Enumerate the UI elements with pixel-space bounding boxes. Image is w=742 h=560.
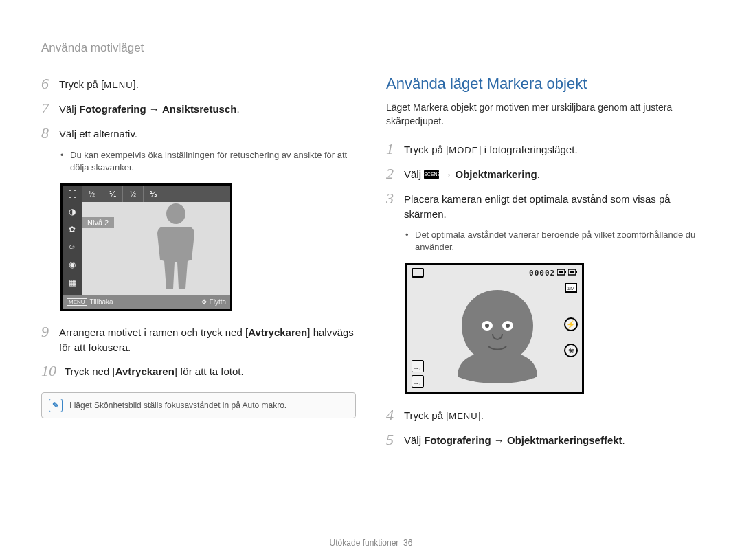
section-heading: Använda läget Markera objekt [386, 75, 701, 93]
step-text: Tryck ned [Avtryckaren] för att ta fotot… [65, 362, 244, 379]
lcd-icon: ⛶ [63, 186, 82, 203]
step-1: 1 Tryck på [MODE] i fotograferingsläget. [386, 140, 701, 158]
step-number: 9 [41, 323, 59, 341]
step-number: 8 [41, 124, 59, 142]
step-3-bullet: •Det optimala avståndet varierar beroend… [405, 229, 701, 254]
lcd-right-icons: 1M ⚡ ❀ [564, 283, 578, 357]
step-number: 3 [386, 190, 404, 208]
level-indicator: Nivå 2 [82, 217, 114, 228]
two-column-layout: 6 Tryck på [MENU]. 7 Välj Fotografering … [41, 75, 701, 456]
dpad-icon: ✥ [201, 298, 207, 306]
flash-icon: ⚡ [564, 317, 578, 331]
step-6: 6 Tryck på [MENU]. [41, 75, 356, 93]
step-text: Arrangera motivet i ramen och tryck ned … [59, 323, 356, 355]
step-8: 8 Välj ett alternativ. [41, 124, 356, 142]
step-text: Tryck på [MENU]. [404, 406, 484, 423]
bracket-icon: ⎵₂ [412, 375, 424, 388]
svg-point-6 [485, 324, 489, 328]
step-text: Välj SCENE → Objektmarkering. [404, 165, 540, 182]
retouch-level-icon: ⅟₁ [102, 186, 123, 202]
step-text: Tryck på [MODE] i fotograferingsläget. [404, 140, 578, 157]
camera-lcd-object-highlight: 00002 1M ⚡ ❀ ⎵₂ ⎵₂ [405, 263, 584, 394]
step-text: Placera kameran enligt det optimala avst… [404, 190, 701, 222]
battery-icon [557, 269, 578, 276]
menu-button-label: MENU [449, 411, 477, 421]
step-4: 4 Tryck på [MENU]. [386, 406, 701, 424]
back-label: Tillbaka [90, 298, 113, 306]
step-10: 10 Tryck ned [Avtryckaren] för att ta fo… [41, 362, 356, 380]
step-8-bullet: •Du kan exempelvis öka inställningen för… [60, 149, 356, 174]
portrait-illustration [432, 280, 563, 390]
retouch-level-icon: ½ [82, 186, 102, 202]
step-number: 7 [41, 100, 59, 117]
person-silhouette [145, 198, 207, 294]
svg-rect-1 [565, 271, 566, 273]
step-2: 2 Välj SCENE → Objektmarkering. [386, 165, 701, 183]
step-7: 7 Välj Fotografering → Ansiktsretusch. [41, 100, 356, 117]
step-text: Välj ett alternativ. [59, 124, 137, 142]
metering-icon [412, 268, 424, 278]
bullet-dot: • [405, 229, 415, 254]
lcd-icon: ▦ [63, 273, 82, 291]
note-callout: ✎ I läget Skönhetsbild ställs fokusavstå… [41, 392, 356, 418]
lcd-bottom-bar: MENU Tillbaka ✥ Flytta [63, 295, 230, 309]
svg-rect-5 [570, 271, 574, 273]
bracket-icon: ⎵₂ [412, 360, 424, 372]
lcd-left-sidebar: ⛶ ◑ ✿ ☺ ◉ ▦ ✋ [63, 186, 82, 309]
step-text: Tryck på [MENU]. [59, 75, 139, 92]
page-footer: Utökade funktioner 36 [0, 538, 742, 548]
footer-section: Utökade funktioner [330, 538, 399, 548]
lcd-top-bar: 00002 [412, 268, 578, 278]
step-number: 2 [386, 165, 404, 183]
camera-lcd-beauty: ⛶ ◑ ✿ ☺ ◉ ▦ ✋ ½ ⅟₁ ½ ⅓ Nivå 2 [60, 183, 356, 311]
step-3: 3 Placera kameran enligt det optimala av… [386, 190, 701, 222]
note-text: I läget Skönhetsbild ställs fokusavstånd… [69, 401, 286, 410]
lcd-icon: ◉ [63, 256, 82, 274]
step-number: 1 [386, 140, 404, 158]
menu-icon: MENU [67, 298, 87, 306]
lcd-icon: ◑ [63, 203, 82, 221]
header-rule [41, 58, 701, 58]
retouch-level-icon: ½ [123, 186, 144, 202]
note-icon: ✎ [49, 399, 63, 412]
resolution-icon: 1M [565, 283, 577, 293]
step-number: 6 [41, 75, 59, 93]
manual-page: Använda motivläget 6 Tryck på [MENU]. 7 … [0, 0, 742, 560]
lcd-left-icons: ⎵₂ ⎵₂ [412, 360, 424, 388]
mode-button-label: MODE [449, 145, 478, 155]
step-9: 9 Arrangera motivet i ramen och tryck ne… [41, 323, 356, 355]
svg-point-7 [506, 324, 510, 328]
bullet-dot: • [60, 149, 70, 174]
step-number: 4 [386, 406, 404, 424]
lcd-icon: ✿ [63, 221, 82, 239]
move-label: Flytta [210, 298, 226, 306]
lcd-icon: ☺ [63, 238, 82, 256]
svg-rect-2 [559, 271, 563, 273]
step-5: 5 Välj Fotografering → Objektmarkeringse… [386, 431, 701, 449]
macro-icon: ❀ [564, 344, 578, 357]
left-column: 6 Tryck på [MENU]. 7 Välj Fotografering … [41, 75, 356, 456]
footer-page-number: 36 [403, 538, 412, 548]
svg-rect-4 [576, 271, 577, 273]
step-number: 5 [386, 431, 404, 449]
section-intro: Läget Markera objekt gör motiven mer urs… [386, 101, 701, 128]
right-column: Använda läget Markera objekt Läget Marke… [386, 75, 701, 456]
step-number: 10 [41, 362, 65, 380]
menu-button-label: MENU [104, 80, 133, 90]
step-text: Välj Fotografering → Objektmarkeringseff… [404, 431, 625, 448]
scene-mode-icon: SCENE [424, 170, 439, 179]
shot-counter: 00002 [529, 269, 555, 278]
page-header: Använda motivläget [41, 41, 701, 55]
step-text: Välj Fotografering → Ansiktsretusch. [59, 100, 240, 117]
